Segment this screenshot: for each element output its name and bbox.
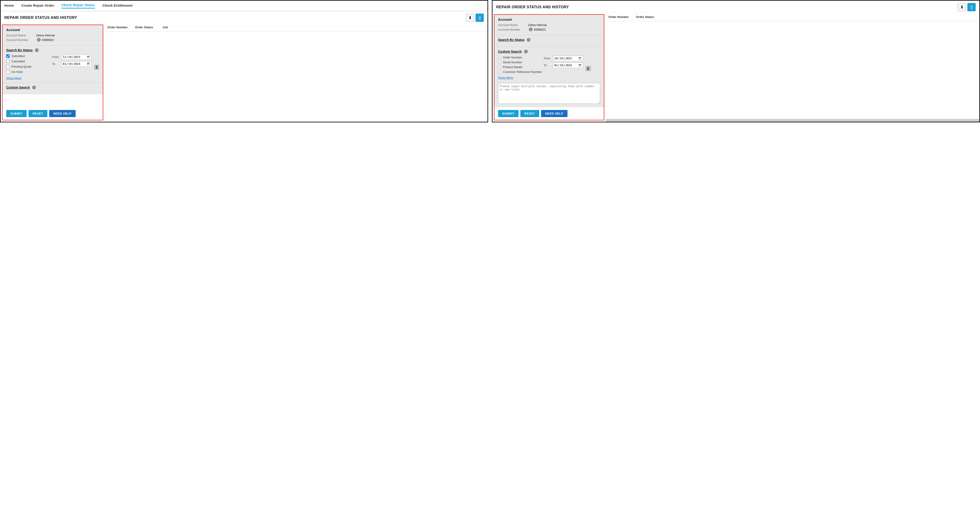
left-pending-quote-checkbox[interactable] [6,65,10,68]
right-account-name-label: Account Name [498,23,528,27]
left-account-number-label: Account Number [6,38,36,41]
right-from-date-row: From [544,56,583,61]
right-account-section: Account Account Name Zebra Internal Acco… [494,15,604,35]
right-search-by-status-header[interactable]: Search By Status i [498,38,530,41]
left-to-date-row: To [52,61,91,67]
left-custom-search-header[interactable]: Custom Search i [6,86,36,89]
left-form-sidebar: Account Account Name Zebra Internal Acco… [2,25,103,120]
left-to-label: To [52,62,60,65]
right-radio-product-model-input[interactable] [498,65,501,68]
right-radio-order-number-label: Order Number [503,56,522,59]
left-search-status-info-icon[interactable]: i [35,48,39,52]
right-radio-serial-number[interactable]: Serial Number [498,61,542,64]
right-custom-search-header[interactable]: Custom Search i [498,50,528,53]
right-account-number-row: Account Number i 6088923 [498,28,600,31]
left-account-number-value: 6088923 [42,38,54,41]
left-status-submitted[interactable]: Submitted [6,54,50,58]
right-account-header: Account [498,18,600,21]
right-account-name-row: Account Name Zebra Internal [498,23,600,27]
right-date-range-col: From To [544,56,583,81]
left-icon-btn-group: ⬇ ⣿ [466,14,484,22]
right-help-button[interactable]: NEED HELP [541,110,568,117]
left-account-number-info-icon[interactable]: i [37,38,41,41]
right-show-more-link[interactable]: Show More [498,76,542,80]
right-radio-product-model-label: Product Model [503,65,522,69]
left-account-name-label: Account Name [6,33,36,37]
left-cancelled-label: Cancelled [11,60,25,63]
download-icon: ⬇ [468,15,472,20]
left-status-form: Submitted Cancelled Pending Quote O [6,54,99,80]
left-table-col-job: Job [162,25,190,29]
right-radio-serial-number-input[interactable] [498,61,501,64]
left-reset-button[interactable]: RESET [29,110,48,117]
right-custom-search-inner: Order Number Serial Number Product Model [498,56,600,81]
right-account-number-value: 6088923 [534,28,546,31]
left-status-cancelled[interactable]: Cancelled [6,60,50,63]
right-to-date-input[interactable] [553,62,583,68]
left-action-buttons: SUBMIT RESET NEED HELP [3,107,103,120]
right-radio-customer-ref-label: Customer Reference Number [503,70,542,73]
right-radio-serial-number-label: Serial Number [503,61,522,64]
left-from-date-input[interactable] [61,54,91,60]
right-download-icon: ⬇ [960,5,964,10]
left-status-on-hold[interactable]: On Hold [6,70,50,73]
left-submit-button[interactable]: SUBMIT [6,110,27,117]
nav-check-repair-status[interactable]: Check Repair Status [61,3,95,8]
nav-bar: Home Create Repair Order Check Repair St… [1,1,487,11]
right-radio-order-number-input[interactable] [498,56,501,59]
right-radio-order-number[interactable]: Order Number [498,56,542,59]
columns-icon: ⣿ [478,15,481,20]
left-table-area: Order Number Order Status Job [105,23,487,122]
right-collapse-arrow[interactable]: ❮ [585,66,591,71]
right-custom-search-info-icon[interactable]: i [524,50,528,53]
right-account-number-info-icon[interactable]: i [529,28,533,31]
left-custom-search-info-icon[interactable]: i [32,86,36,89]
left-show-more-link[interactable]: Show More [6,76,50,80]
left-help-button[interactable]: NEED HELP [49,110,76,117]
left-table-col-order-status: Order Status [135,25,162,29]
left-status-pending-quote[interactable]: Pending Quote [6,65,50,68]
left-cancelled-checkbox[interactable] [6,60,10,63]
nav-home[interactable]: Home [4,3,14,8]
right-columns-btn[interactable]: ⣿ [967,3,976,11]
left-account-header: Account [6,28,99,32]
right-custom-search-textarea[interactable] [498,83,600,104]
left-table-header: Order Number Order Status Job [105,23,487,32]
right-table-area: Order Number Order Status [606,13,979,122]
nav-check-entitlement[interactable]: Check Entitlement [102,3,132,8]
left-columns-btn[interactable]: ⣿ [476,14,484,22]
right-table-col-order-number: Order Number [608,15,636,19]
right-from-date-input[interactable] [553,56,583,61]
left-table-col-order-number: Order Number [107,25,135,29]
left-page-title: REPAIR ORDER STATUS AND HISTORY [4,16,77,20]
left-on-hold-checkbox[interactable] [6,70,10,73]
left-download-btn[interactable]: ⬇ [466,14,474,22]
right-table-header: Order Number Order Status [606,13,979,21]
right-download-btn[interactable]: ⬇ [958,3,966,11]
right-main-content: Account Account Name Zebra Internal Acco… [493,13,979,122]
right-page-title: REPAIR ORDER STATUS AND HISTORY [496,5,569,9]
right-scrollbar[interactable] [606,119,979,122]
left-checkboxes-col: Submitted Cancelled Pending Quote O [6,54,50,80]
left-custom-search-section: Custom Search i [3,83,103,94]
left-collapse-arrow[interactable]: ❮ [94,65,99,70]
right-to-date-row: To [544,62,583,68]
left-submitted-checkbox[interactable] [6,54,10,58]
right-radio-customer-ref[interactable]: Customer Reference Number [498,70,542,73]
right-radio-col: Order Number Serial Number Product Model [498,56,542,80]
left-from-label: From [52,56,60,59]
right-radio-customer-ref-input[interactable] [498,70,501,73]
right-radio-product-model[interactable]: Product Model [498,65,542,69]
left-search-by-status-header[interactable]: Search By Status i [6,48,39,52]
right-icon-btn-group: ⬇ ⣿ [958,3,976,11]
right-page-title-row: REPAIR ORDER STATUS AND HISTORY ⬇ ⣿ [493,1,979,13]
right-reset-button[interactable]: RESET [520,110,539,117]
right-search-status-info-icon[interactable]: i [527,38,530,41]
left-page-title-row: REPAIR ORDER STATUS AND HISTORY ⬇ ⣿ [1,11,487,23]
right-account-name-value: Zebra Internal [528,23,547,27]
right-action-buttons: SUBMIT RESET NEED HELP [494,107,604,120]
left-account-name-value: Zebra Internal [36,33,55,37]
nav-create-repair-order[interactable]: Create Repair Order [21,3,54,8]
right-submit-button[interactable]: SUBMIT [498,110,519,117]
left-to-date-input[interactable] [61,61,91,67]
